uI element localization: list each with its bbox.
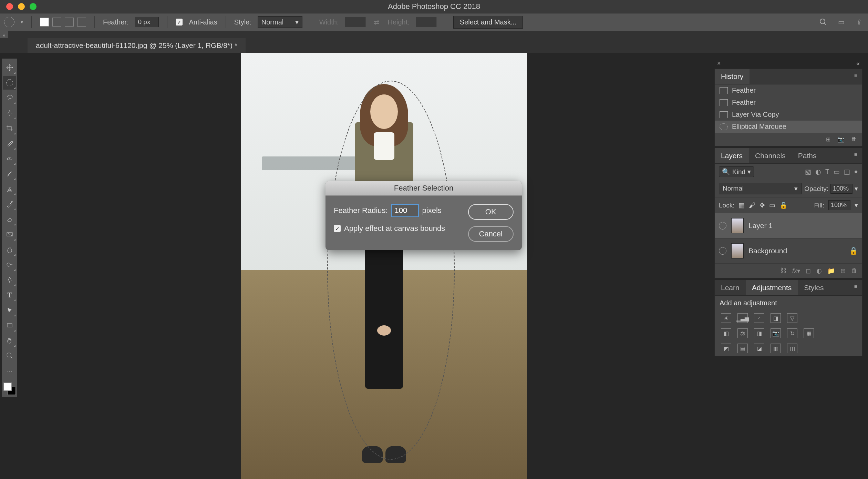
history-item[interactable]: Feather — [715, 96, 862, 109]
history-tab[interactable]: History — [715, 69, 750, 84]
curves-icon[interactable]: ⟋ — [754, 313, 764, 323]
panel-menu-icon[interactable]: ≡ — [849, 280, 862, 295]
filter-type-icon[interactable]: T — [825, 168, 829, 176]
style-dropdown[interactable]: Normal▾ — [258, 16, 302, 28]
panel-collapse-icon[interactable]: « — [856, 60, 860, 67]
styles-tab[interactable]: Styles — [798, 280, 830, 295]
crop-tool[interactable] — [3, 121, 16, 135]
new-layer-icon[interactable]: ⊞ — [840, 267, 846, 275]
filter-adjust-icon[interactable]: ◐ — [815, 168, 821, 176]
lock-pixels-icon[interactable]: 🖌 — [749, 202, 755, 209]
gradient-map-icon[interactable]: ▥ — [771, 344, 781, 353]
panel-dock-toggle[interactable]: » — [0, 31, 8, 38]
create-document-icon[interactable]: ⊞ — [826, 136, 830, 143]
cancel-button[interactable]: Cancel — [468, 226, 514, 242]
photo-filter-icon[interactable]: 📷 — [771, 328, 781, 338]
panel-menu-icon[interactable]: ≡ — [849, 148, 862, 163]
history-item[interactable]: Layer Via Copy — [715, 109, 862, 121]
adjustment-layer-icon[interactable]: ◐ — [816, 267, 822, 275]
fx-icon[interactable]: fx▾ — [792, 267, 800, 275]
feather-input[interactable] — [135, 17, 159, 27]
canvas[interactable] — [241, 53, 527, 479]
pen-tool[interactable] — [3, 273, 16, 287]
new-selection-icon[interactable] — [40, 18, 49, 27]
blur-tool[interactable] — [3, 243, 16, 256]
snapshot-icon[interactable]: 📷 — [837, 136, 844, 143]
visibility-icon[interactable] — [719, 247, 726, 255]
active-tool-icon[interactable] — [4, 17, 14, 27]
feather-radius-input[interactable] — [391, 204, 419, 217]
fill-input[interactable] — [828, 200, 850, 210]
exposure-icon[interactable]: ◨ — [771, 313, 781, 323]
brightness-icon[interactable]: ☀ — [721, 313, 731, 323]
layer-name[interactable]: Layer 1 — [748, 222, 773, 230]
posterize-icon[interactable]: ▤ — [737, 344, 748, 353]
dodge-tool[interactable] — [3, 258, 16, 272]
visibility-icon[interactable] — [719, 222, 726, 230]
layer-row[interactable]: Layer 1 — [715, 213, 862, 238]
search-icon[interactable] — [818, 17, 828, 27]
history-item[interactable]: Feather — [715, 84, 862, 96]
subtract-selection-icon[interactable] — [65, 18, 74, 27]
share-icon[interactable]: ▭ — [836, 17, 846, 27]
path-select-tool[interactable] — [3, 303, 16, 317]
lock-position-icon[interactable]: ✥ — [760, 201, 765, 209]
marquee-tool[interactable] — [3, 76, 16, 90]
layer-row[interactable]: Background 🔒 — [715, 238, 862, 264]
ok-button[interactable]: OK — [468, 204, 514, 220]
gradient-tool[interactable] — [3, 227, 16, 241]
adjustments-tab[interactable]: Adjustments — [746, 280, 798, 295]
panel-menu-icon[interactable]: ≡ — [849, 69, 862, 84]
opacity-input[interactable] — [830, 184, 852, 194]
filter-shape-icon[interactable]: ▭ — [834, 168, 840, 176]
channels-tab[interactable]: Channels — [749, 148, 792, 163]
vibrance-icon[interactable]: ▽ — [787, 313, 797, 323]
threshold-icon[interactable]: ◪ — [754, 344, 764, 353]
filter-smart-icon[interactable]: ◫ — [844, 168, 850, 176]
trash-icon[interactable]: 🗑 — [851, 267, 857, 275]
intersect-selection-icon[interactable] — [77, 18, 86, 27]
layer-name[interactable]: Background — [748, 247, 787, 255]
learn-tab[interactable]: Learn — [715, 280, 746, 295]
zoom-tool[interactable] — [3, 349, 16, 363]
balance-icon[interactable]: ⚖ — [737, 328, 748, 338]
document-tab[interactable]: adult-attractive-beautiful-61120.jpg @ 2… — [28, 38, 246, 53]
close-window-icon[interactable] — [6, 3, 13, 10]
bw-icon[interactable]: ◨ — [754, 328, 764, 338]
trash-icon[interactable]: 🗑 — [851, 136, 857, 143]
maximize-window-icon[interactable] — [30, 3, 37, 10]
minimize-window-icon[interactable] — [18, 3, 25, 10]
export-icon[interactable]: ⇪ — [854, 17, 864, 27]
lock-transparent-icon[interactable]: ▦ — [738, 201, 745, 209]
levels-icon[interactable]: ▁▃▅ — [737, 313, 748, 323]
lut-icon[interactable]: ▦ — [804, 328, 814, 338]
antialias-checkbox[interactable]: ✓ — [176, 19, 183, 26]
invert-icon[interactable]: ◩ — [721, 344, 731, 353]
paths-tab[interactable]: Paths — [792, 148, 823, 163]
history-item[interactable]: Elliptical Marquee — [715, 121, 862, 133]
add-selection-icon[interactable] — [52, 18, 61, 27]
lasso-tool[interactable] — [3, 91, 16, 105]
type-tool[interactable]: T — [3, 288, 16, 302]
mask-icon[interactable]: ◻ — [806, 267, 811, 275]
group-icon[interactable]: 📁 — [827, 267, 835, 275]
hue-icon[interactable]: ◧ — [721, 328, 731, 338]
blend-mode-dropdown[interactable]: Normal▾ — [719, 183, 802, 194]
filter-toggle-icon[interactable]: ● — [854, 168, 858, 176]
clone-stamp-tool[interactable] — [3, 182, 16, 196]
filter-pixel-icon[interactable]: ▧ — [805, 168, 811, 176]
rectangle-tool[interactable] — [3, 318, 16, 332]
healing-brush-tool[interactable] — [3, 152, 16, 165]
color-swatches[interactable] — [3, 383, 16, 395]
layer-filter-kind[interactable]: 🔍Kind▾ — [719, 166, 754, 177]
tool-preset-chevron-icon[interactable]: ▾ — [21, 19, 23, 25]
foreground-color-swatch[interactable] — [3, 383, 12, 391]
apply-bounds-checkbox[interactable]: ✓ — [334, 225, 341, 232]
panel-close-icon[interactable]: × — [717, 60, 721, 67]
layer-thumbnail[interactable] — [731, 243, 744, 258]
elliptical-marquee-selection[interactable] — [327, 81, 455, 460]
history-brush-tool[interactable] — [3, 197, 16, 211]
edit-toolbar-icon[interactable]: ⋯ — [3, 364, 16, 378]
select-and-mask-button[interactable]: Select and Mask... — [453, 16, 523, 29]
brush-tool[interactable] — [3, 167, 16, 181]
